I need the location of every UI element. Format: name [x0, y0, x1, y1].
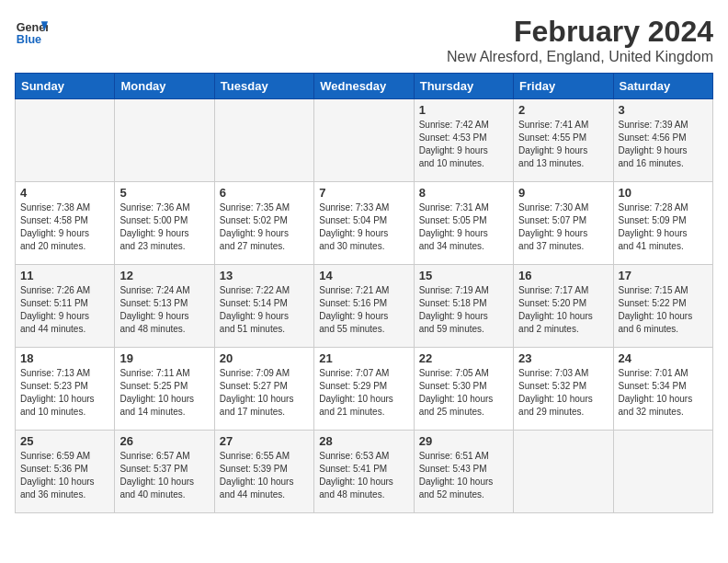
day-number: 11: [20, 269, 109, 282]
day-number: 14: [319, 269, 408, 282]
day-info: Sunrise: 6:53 AM Sunset: 5:41 PM Dayligh…: [319, 450, 408, 501]
calendar-cell: 22Sunrise: 7:05 AM Sunset: 5:30 PM Dayli…: [414, 348, 513, 431]
month-year-title: February 2024: [447, 15, 713, 49]
calendar-cell: 20Sunrise: 7:09 AM Sunset: 5:27 PM Dayli…: [214, 348, 313, 431]
calendar-body: 1Sunrise: 7:42 AM Sunset: 4:53 PM Daylig…: [16, 99, 713, 513]
calendar-cell: 18Sunrise: 7:13 AM Sunset: 5:23 PM Dayli…: [16, 348, 115, 431]
calendar-week-5: 25Sunrise: 6:59 AM Sunset: 5:36 PM Dayli…: [16, 431, 713, 513]
calendar-table: SundayMondayTuesdayWednesdayThursdayFrid…: [15, 73, 713, 513]
calendar-cell: 6Sunrise: 7:35 AM Sunset: 5:02 PM Daylig…: [214, 182, 313, 265]
day-number: 20: [220, 351, 309, 365]
page-header: General Blue February 2024 New Alresford…: [15, 15, 713, 65]
calendar-cell: 15Sunrise: 7:19 AM Sunset: 5:18 PM Dayli…: [414, 265, 513, 348]
title-area: February 2024 New Alresford, England, Un…: [447, 15, 713, 65]
calendar-cell: 14Sunrise: 7:21 AM Sunset: 5:16 PM Dayli…: [314, 265, 414, 348]
day-info: Sunrise: 7:33 AM Sunset: 5:04 PM Dayligh…: [319, 201, 408, 253]
day-number: 8: [419, 186, 508, 200]
day-number: 1: [419, 103, 508, 117]
day-number: 6: [220, 186, 309, 200]
calendar-cell: [16, 99, 115, 182]
calendar-cell: [314, 99, 414, 182]
calendar-header-row: SundayMondayTuesdayWednesdayThursdayFrid…: [16, 74, 713, 99]
logo-icon: General Blue: [15, 15, 48, 48]
day-info: Sunrise: 6:59 AM Sunset: 5:36 PM Dayligh…: [20, 450, 109, 501]
calendar-cell: 2Sunrise: 7:41 AM Sunset: 4:55 PM Daylig…: [514, 99, 613, 182]
day-number: 29: [419, 434, 508, 448]
day-info: Sunrise: 7:24 AM Sunset: 5:13 PM Dayligh…: [119, 284, 209, 336]
day-info: Sunrise: 7:28 AM Sunset: 5:09 PM Dayligh…: [619, 201, 708, 253]
day-info: Sunrise: 7:36 AM Sunset: 5:00 PM Dayligh…: [119, 201, 209, 253]
day-number: 17: [619, 269, 708, 282]
day-number: 25: [20, 434, 109, 448]
day-number: 28: [319, 434, 408, 448]
day-info: Sunrise: 7:01 AM Sunset: 5:34 PM Dayligh…: [619, 367, 708, 419]
day-number: 2: [518, 103, 608, 117]
day-header-friday: Friday: [514, 74, 613, 99]
location-subtitle: New Alresford, England, United Kingdom: [447, 49, 713, 65]
day-info: Sunrise: 7:09 AM Sunset: 5:27 PM Dayligh…: [220, 367, 309, 419]
calendar-cell: 21Sunrise: 7:07 AM Sunset: 5:29 PM Dayli…: [314, 348, 414, 431]
day-info: Sunrise: 7:38 AM Sunset: 4:58 PM Dayligh…: [20, 201, 109, 253]
day-info: Sunrise: 7:19 AM Sunset: 5:18 PM Dayligh…: [419, 284, 508, 336]
calendar-week-3: 11Sunrise: 7:26 AM Sunset: 5:11 PM Dayli…: [16, 265, 713, 348]
calendar-cell: 16Sunrise: 7:17 AM Sunset: 5:20 PM Dayli…: [514, 265, 613, 348]
day-number: 22: [419, 351, 508, 365]
calendar-cell: 8Sunrise: 7:31 AM Sunset: 5:05 PM Daylig…: [414, 182, 513, 265]
day-number: 15: [419, 269, 508, 282]
day-number: 19: [119, 351, 209, 365]
day-info: Sunrise: 6:57 AM Sunset: 5:37 PM Dayligh…: [119, 450, 209, 501]
calendar-cell: 17Sunrise: 7:15 AM Sunset: 5:22 PM Dayli…: [613, 265, 712, 348]
calendar-cell: 26Sunrise: 6:57 AM Sunset: 5:37 PM Dayli…: [115, 431, 214, 513]
day-info: Sunrise: 7:11 AM Sunset: 5:25 PM Dayligh…: [119, 367, 209, 419]
calendar-cell: [613, 431, 712, 513]
day-number: 4: [20, 186, 109, 200]
calendar-cell: 29Sunrise: 6:51 AM Sunset: 5:43 PM Dayli…: [414, 431, 513, 513]
calendar-cell: 9Sunrise: 7:30 AM Sunset: 5:07 PM Daylig…: [514, 182, 613, 265]
day-info: Sunrise: 7:41 AM Sunset: 4:55 PM Dayligh…: [518, 119, 608, 170]
day-info: Sunrise: 6:55 AM Sunset: 5:39 PM Dayligh…: [220, 450, 309, 501]
day-number: 7: [319, 186, 408, 200]
calendar-cell: 28Sunrise: 6:53 AM Sunset: 5:41 PM Dayli…: [314, 431, 414, 513]
day-header-sunday: Sunday: [16, 74, 115, 99]
calendar-cell: 13Sunrise: 7:22 AM Sunset: 5:14 PM Dayli…: [214, 265, 313, 348]
day-number: 10: [619, 186, 708, 200]
day-info: Sunrise: 7:22 AM Sunset: 5:14 PM Dayligh…: [220, 284, 309, 336]
svg-text:Blue: Blue: [17, 33, 41, 46]
day-number: 21: [319, 351, 408, 365]
day-number: 16: [518, 269, 608, 282]
day-info: Sunrise: 7:21 AM Sunset: 5:16 PM Dayligh…: [319, 284, 408, 336]
logo: General Blue: [15, 15, 48, 48]
day-info: Sunrise: 7:42 AM Sunset: 4:53 PM Dayligh…: [419, 119, 508, 170]
day-number: 5: [119, 186, 209, 200]
calendar-cell: 4Sunrise: 7:38 AM Sunset: 4:58 PM Daylig…: [16, 182, 115, 265]
day-number: 12: [119, 269, 209, 282]
day-info: Sunrise: 7:35 AM Sunset: 5:02 PM Dayligh…: [220, 201, 309, 253]
day-header-saturday: Saturday: [613, 74, 712, 99]
day-number: 26: [119, 434, 209, 448]
calendar-week-4: 18Sunrise: 7:13 AM Sunset: 5:23 PM Dayli…: [16, 348, 713, 431]
day-header-wednesday: Wednesday: [314, 74, 414, 99]
calendar-cell: 12Sunrise: 7:24 AM Sunset: 5:13 PM Dayli…: [115, 265, 214, 348]
calendar-cell: 7Sunrise: 7:33 AM Sunset: 5:04 PM Daylig…: [314, 182, 414, 265]
day-info: Sunrise: 7:05 AM Sunset: 5:30 PM Dayligh…: [419, 367, 508, 419]
day-number: 3: [619, 103, 708, 117]
day-number: 27: [220, 434, 309, 448]
calendar-cell: 25Sunrise: 6:59 AM Sunset: 5:36 PM Dayli…: [16, 431, 115, 513]
day-info: Sunrise: 7:17 AM Sunset: 5:20 PM Dayligh…: [518, 284, 608, 336]
calendar-cell: 5Sunrise: 7:36 AM Sunset: 5:00 PM Daylig…: [115, 182, 214, 265]
day-number: 23: [518, 351, 608, 365]
day-info: Sunrise: 6:51 AM Sunset: 5:43 PM Dayligh…: [419, 450, 508, 501]
calendar-cell: 10Sunrise: 7:28 AM Sunset: 5:09 PM Dayli…: [613, 182, 712, 265]
calendar-week-2: 4Sunrise: 7:38 AM Sunset: 4:58 PM Daylig…: [16, 182, 713, 265]
calendar-cell: 11Sunrise: 7:26 AM Sunset: 5:11 PM Dayli…: [16, 265, 115, 348]
day-info: Sunrise: 7:03 AM Sunset: 5:32 PM Dayligh…: [518, 367, 608, 419]
day-info: Sunrise: 7:07 AM Sunset: 5:29 PM Dayligh…: [319, 367, 408, 419]
calendar-cell: [214, 99, 313, 182]
calendar-cell: 27Sunrise: 6:55 AM Sunset: 5:39 PM Dayli…: [214, 431, 313, 513]
day-info: Sunrise: 7:30 AM Sunset: 5:07 PM Dayligh…: [518, 201, 608, 253]
calendar-cell: [115, 99, 214, 182]
calendar-cell: 24Sunrise: 7:01 AM Sunset: 5:34 PM Dayli…: [613, 348, 712, 431]
calendar-cell: 3Sunrise: 7:39 AM Sunset: 4:56 PM Daylig…: [613, 99, 712, 182]
day-number: 18: [20, 351, 109, 365]
day-info: Sunrise: 7:15 AM Sunset: 5:22 PM Dayligh…: [619, 284, 708, 336]
